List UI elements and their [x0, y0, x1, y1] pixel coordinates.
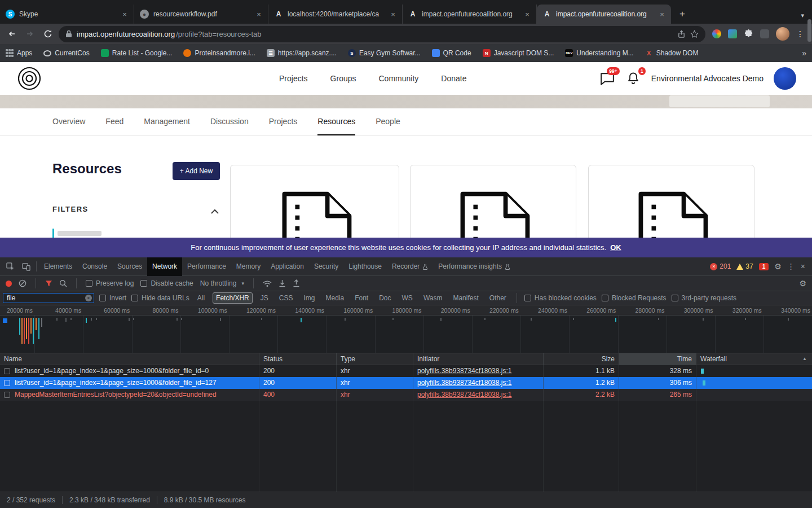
throttling-dropdown[interactable]: No throttling▾ [200, 279, 244, 287]
add-new-button[interactable]: + Add New [173, 162, 220, 180]
browser-tab[interactable]: ● resourceworkflow.pdf × [134, 5, 268, 24]
filter-type-media[interactable]: Media [323, 293, 347, 303]
bookmark-item[interactable]: QR Code [432, 49, 471, 57]
nav-community[interactable]: Community [379, 74, 419, 83]
filters-collapse-chevron-icon[interactable] [211, 206, 219, 216]
nav-groups[interactable]: Groups [330, 74, 356, 83]
column-header-type[interactable]: Type [337, 353, 413, 365]
browser-tab-active[interactable]: A impact.openfuturecoalition.org × [537, 5, 671, 24]
bookmark-star-icon[interactable] [690, 30, 699, 38]
tab-feed[interactable]: Feed [105, 108, 123, 135]
bookmark-item[interactable]: ☰ https://app.scanz.... [267, 49, 337, 57]
dark-extension-icon[interactable] [760, 29, 769, 38]
blocked-requests-checkbox[interactable]: Blocked Requests [602, 294, 667, 302]
devtools-tab-network[interactable]: Network [147, 257, 182, 276]
devtools-tab-security[interactable]: Security [309, 257, 343, 276]
messages-button[interactable]: 99+ [599, 71, 615, 86]
column-header-waterfall[interactable]: Waterfall ▲ [696, 353, 812, 365]
filter-type-manifest[interactable]: Manifest [450, 293, 481, 303]
address-bar[interactable]: impact.openfuturecoalition.org/profile?t… [59, 26, 705, 42]
tab-people[interactable]: People [376, 108, 400, 135]
row-checkbox[interactable] [4, 380, 10, 386]
tab-close-icon[interactable]: × [389, 10, 398, 19]
network-request-row-error[interactable]: MappedMasterItemEntriesList?objectypeId=… [0, 389, 812, 401]
color-extension-icon[interactable] [712, 29, 721, 38]
request-initiator-link[interactable]: polyfills.38b938734cf18038.js:1 [417, 391, 511, 398]
console-errors-badge[interactable]: ×201 [710, 262, 731, 270]
extensions-puzzle-icon[interactable] [744, 29, 753, 39]
forward-icon[interactable] [23, 27, 37, 41]
devtools-settings-gear-icon[interactable]: ⚙ [774, 262, 782, 271]
network-request-row-selected[interactable]: list?user_id=1&page_index=1&page_size=10… [0, 377, 812, 389]
dev-extension-icon[interactable] [728, 29, 737, 38]
back-icon[interactable] [5, 27, 19, 41]
tab-management[interactable]: Management [144, 108, 190, 135]
account-avatar[interactable] [774, 67, 796, 90]
browser-menu-icon[interactable]: ⋮ [796, 29, 804, 38]
column-header-size[interactable]: Size [544, 353, 619, 365]
devtools-more-icon[interactable]: ⋮ [787, 262, 795, 271]
tab-discussion[interactable]: Discussion [210, 108, 249, 135]
filter-type-ws[interactable]: WS [399, 293, 416, 303]
bookmark-item[interactable]: DEV Understanding M... [565, 49, 633, 57]
devtools-tab-console[interactable]: Console [77, 257, 112, 276]
filter-type-other[interactable]: Other [487, 293, 509, 303]
network-filter-input[interactable] [3, 293, 94, 303]
profile-avatar[interactable] [776, 27, 789, 41]
overview-selection-handle[interactable] [3, 318, 7, 323]
third-party-requests-checkbox[interactable]: 3rd-party requests [672, 294, 736, 302]
browser-tab[interactable]: S Skype × [0, 5, 134, 24]
devtools-tab-application[interactable]: Application [266, 257, 309, 276]
request-initiator-link[interactable]: polyfills.38b938734cf18038.js:1 [417, 367, 511, 375]
devtools-tab-memory[interactable]: Memory [231, 257, 266, 276]
tab-overview[interactable]: Overview [52, 108, 85, 135]
timeline-overview[interactable] [0, 316, 812, 353]
device-toolbar-icon[interactable] [18, 259, 34, 274]
filter-type-fetch-xhr[interactable]: Fetch/XHR [213, 292, 253, 304]
preserve-log-checkbox[interactable]: Preserve log [86, 279, 134, 287]
row-checkbox[interactable] [4, 392, 10, 398]
bookmark-item[interactable]: Proteinsandmore.i... [183, 49, 255, 57]
devtools-tab-recorder[interactable]: Recorder [387, 257, 433, 276]
devtools-close-icon[interactable]: × [801, 262, 805, 271]
bookmark-item[interactable]: Rate List - Google... [101, 49, 173, 57]
tab-projects[interactable]: Projects [269, 108, 298, 135]
inspect-element-icon[interactable] [2, 259, 18, 274]
filter-type-all[interactable]: All [195, 293, 208, 303]
has-blocked-cookies-checkbox[interactable]: Has blocked cookies [524, 294, 597, 302]
bookmarks-overflow-icon[interactable]: » [802, 49, 806, 58]
devtools-tab-elements[interactable]: Elements [39, 257, 77, 276]
page-scrollbar-thumb[interactable] [807, 19, 811, 42]
nav-projects[interactable]: Projects [279, 74, 308, 83]
filter-type-img[interactable]: Img [301, 293, 317, 303]
nav-donate[interactable]: Donate [441, 74, 466, 83]
cookie-ok-link[interactable]: OK [610, 243, 621, 252]
invert-checkbox[interactable]: Invert [99, 294, 126, 302]
hide-data-urls-checkbox[interactable]: Hide data URLs [131, 294, 189, 302]
bookmark-apps[interactable]: Apps [6, 49, 32, 57]
browser-tab[interactable]: A impact.openfuturecoalition.org × [403, 5, 537, 24]
devtools-tab-sources[interactable]: Sources [112, 257, 147, 276]
bookmark-item[interactable]: CurrentCos [43, 49, 89, 57]
bookmark-item[interactable]: X Shadow DOM [645, 49, 699, 57]
site-logo[interactable] [17, 66, 42, 93]
tab-close-icon[interactable]: × [523, 10, 532, 19]
tab-resources[interactable]: Resources [317, 108, 355, 135]
column-header-status[interactable]: Status [259, 353, 337, 365]
filter-type-doc[interactable]: Doc [376, 293, 394, 303]
network-conditions-icon[interactable] [263, 280, 272, 287]
filter-type-css[interactable]: CSS [276, 293, 296, 303]
reload-icon[interactable] [41, 27, 55, 41]
disable-cache-checkbox[interactable]: Disable cache [140, 279, 193, 287]
filter-list-item-partial[interactable] [52, 229, 102, 238]
record-button[interactable] [6, 281, 12, 287]
filter-type-font[interactable]: Font [352, 293, 371, 303]
devtools-tab-lighthouse[interactable]: Lighthouse [343, 257, 387, 276]
clear-icon[interactable] [19, 279, 27, 287]
filter-type-wasm[interactable]: Wasm [421, 293, 445, 303]
column-header-initiator[interactable]: Initiator [413, 353, 544, 365]
tab-close-icon[interactable]: × [657, 10, 667, 19]
notifications-button[interactable]: 1 [625, 71, 641, 86]
browser-tab[interactable]: A localhost:4200/marketplace/ca × [268, 5, 403, 24]
devtools-tab-performance-insights[interactable]: Performance insights [433, 257, 515, 276]
